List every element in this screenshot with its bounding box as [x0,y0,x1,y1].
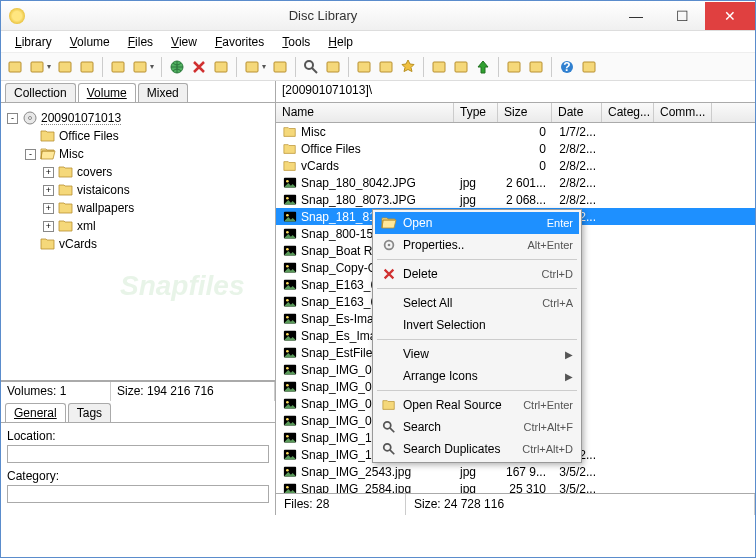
blank-icon [379,317,399,333]
gear-right-icon[interactable] [451,57,471,77]
ctx-open-real-source[interactable]: Open Real SourceCtrl+Enter [375,394,579,416]
file-row[interactable]: Snap_180_8042.JPGjpg2 601...2/8/2... [276,174,755,191]
column-type[interactable]: Type [454,103,498,122]
tree-node[interactable]: +covers [7,163,269,181]
folder-icon [58,182,74,198]
tree-node[interactable]: +vistaicons [7,181,269,199]
location-field[interactable] [7,445,269,463]
menu-volume[interactable]: Volume [62,33,118,51]
maximize-button[interactable]: ☐ [659,2,705,30]
tree-expander[interactable]: + [43,221,54,232]
close-button[interactable]: ✕ [705,2,755,30]
menu-files[interactable]: Files [120,33,161,51]
tab-volume[interactable]: Volume [78,83,136,102]
tree-node[interactable]: Office Files [7,127,269,145]
category-field[interactable] [7,485,269,503]
tree-view[interactable]: -200901071013Office Files-Misc+covers+vi… [1,103,275,381]
user-blue-icon[interactable] [504,57,524,77]
up-icon[interactable] [473,57,493,77]
ctx-arrange-icons[interactable]: Arrange Icons▶ [375,365,579,387]
file-row[interactable]: Office Files02/8/2... [276,140,755,157]
star-icon[interactable] [398,57,418,77]
new-lib-icon[interactable] [5,57,25,77]
back-icon[interactable] [130,57,150,77]
file-date: 3/5/2... [552,465,602,479]
book-icon[interactable] [77,57,97,77]
open-lib-icon[interactable] [27,57,47,77]
status-size: Size: 24 728 116 [406,494,755,515]
refresh-icon[interactable] [108,57,128,77]
back-dropdown[interactable]: ▾ [150,62,156,71]
favorite-icon[interactable] [270,57,290,77]
paste-icon[interactable] [376,57,396,77]
tab-collection[interactable]: Collection [5,83,76,102]
tree-expander[interactable]: + [43,203,54,214]
file-row[interactable]: Snap_IMG_2584.jpgjpg25 3103/5/2... [276,480,755,493]
tree-expander[interactable]: - [25,149,36,160]
tree-expander[interactable]: - [7,113,18,124]
column-categ[interactable]: Categ... [602,103,654,122]
svg-rect-1 [31,62,43,72]
column-name[interactable]: Name [276,103,454,122]
bottom-tab-general[interactable]: General [5,403,66,422]
tree-node[interactable]: vCards [7,235,269,253]
menu-view[interactable]: View [163,33,205,51]
open-lib-dropdown[interactable]: ▾ [47,62,53,71]
left-pane: CollectionVolumeMixed -200901071013Offic… [1,81,276,515]
ctx-open[interactable]: OpenEnter [375,212,579,234]
delete-icon[interactable] [189,57,209,77]
help-icon[interactable]: ? [557,57,577,77]
tree-expander[interactable]: + [43,167,54,178]
tree-node[interactable]: -Misc [7,145,269,163]
volumes-count: Volumes: 1 [1,382,111,401]
ctx-search-duplicates[interactable]: Search DuplicatesCtrl+Alt+D [375,438,579,460]
file-row[interactable]: Snap_IMG_2543.jpgjpg167 9...3/5/2... [276,463,755,480]
gear-left-icon[interactable] [429,57,449,77]
column-date[interactable]: Date [552,103,602,122]
favorite-add-icon[interactable] [242,57,262,77]
tree-node[interactable]: +xml [7,217,269,235]
menu-library[interactable]: Library [7,33,60,51]
users-icon[interactable] [526,57,546,77]
print-icon[interactable] [323,57,343,77]
image-icon [282,244,298,258]
path-bar: [200901071013]\ [276,81,755,103]
minimize-button[interactable]: — [613,2,659,30]
image-icon [282,295,298,309]
column-size[interactable]: Size [498,103,552,122]
file-type: jpg [454,176,498,190]
tree-node[interactable]: -200901071013 [7,109,269,127]
tree-node[interactable]: +wallpapers [7,199,269,217]
volume-icon[interactable] [55,57,75,77]
file-row[interactable]: Snap_180_8073.JPGjpg2 068...2/8/2... [276,191,755,208]
menu-favorites[interactable]: Favorites [207,33,272,51]
context-menu[interactable]: OpenEnterProperties..Alt+EnterDeleteCtrl… [372,209,582,463]
ctx-invert-selection[interactable]: Invert Selection [375,314,579,336]
ctx-view[interactable]: View▶ [375,343,579,365]
tab-mixed[interactable]: Mixed [138,83,188,102]
file-row[interactable]: Misc01/7/2... [276,123,755,140]
search-icon[interactable] [301,57,321,77]
file-size: 25 310 [498,482,552,494]
ctx-shortcut: Ctrl+Alt+D [522,443,573,455]
ctx-properties-[interactable]: Properties..Alt+Enter [375,234,579,256]
menu-tools[interactable]: Tools [274,33,318,51]
bottom-tab-tags[interactable]: Tags [68,403,111,422]
ctx-select-all[interactable]: Select AllCtrl+A [375,292,579,314]
about-icon[interactable] [579,57,599,77]
props-icon[interactable] [211,57,231,77]
ctx-label: Search [403,420,523,434]
tree-expander[interactable]: + [43,185,54,196]
file-date: 1/7/2... [552,125,602,139]
file-row[interactable]: vCards02/8/2... [276,157,755,174]
column-comm[interactable]: Comm... [654,103,712,122]
ctx-delete[interactable]: DeleteCtrl+D [375,263,579,285]
copy-icon[interactable] [354,57,374,77]
globe-icon[interactable] [167,57,187,77]
svg-rect-7 [215,62,227,72]
folder-icon [282,125,298,139]
svg-text:?: ? [563,60,570,74]
ctx-search[interactable]: SearchCtrl+Alt+F [375,416,579,438]
favorite-add-dropdown[interactable]: ▾ [262,62,268,71]
menu-help[interactable]: Help [320,33,361,51]
